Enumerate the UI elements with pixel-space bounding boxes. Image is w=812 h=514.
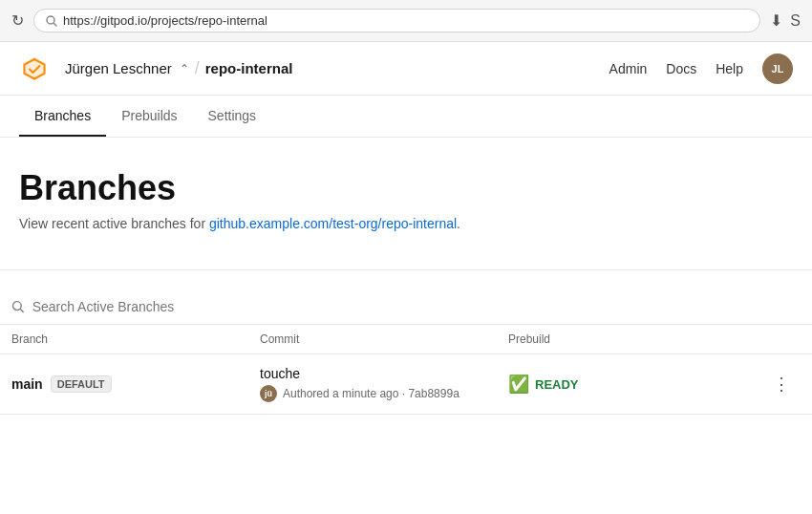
download-icon[interactable]: ⬇	[770, 11, 782, 30]
admin-link[interactable]: Admin	[609, 61, 648, 76]
page-title: Branches	[19, 168, 793, 208]
url-text: https://gitpod.io/projects/repo-internal	[63, 13, 267, 28]
commit-meta: jü Authored a minute ago · 7ab8899a	[260, 385, 508, 402]
svg-line-3	[20, 309, 23, 311]
page-content: Branches View recent active branches for…	[0, 138, 812, 250]
reload-button[interactable]: ↻	[11, 11, 24, 30]
subtitle-suffix: .	[457, 216, 460, 231]
avatar[interactable]: JL	[762, 54, 793, 84]
default-badge: DEFAULT	[51, 375, 112, 393]
search-input[interactable]	[32, 299, 801, 314]
gitpod-logo[interactable]	[19, 54, 50, 84]
more-actions-button[interactable]: ⋮	[762, 374, 801, 395]
ready-icon: ✅	[508, 374, 529, 395]
tab-settings[interactable]: Settings	[193, 96, 272, 137]
commit-meta-text: Authored a minute ago · 7ab8899a	[283, 387, 459, 400]
tab-prebuilds[interactable]: Prebuilds	[106, 96, 192, 137]
user-chevron-icon[interactable]: ⌃	[180, 62, 189, 75]
separator: /	[195, 58, 200, 78]
more-browser-icon[interactable]: S	[790, 12, 801, 30]
commit-author-initials: jü	[265, 389, 272, 398]
app-header: Jürgen Leschner ⌃ / repo-internal Admin …	[0, 42, 812, 96]
branches-table: Branch Commit Prebuild main DEFAULT touc…	[0, 325, 812, 415]
table-row: main DEFAULT touche jü Authored a minute…	[0, 354, 812, 415]
docs-link[interactable]: Docs	[666, 61, 696, 76]
col-prebuild: Prebuild	[508, 332, 762, 346]
subtitle-prefix: View recent active branches for	[19, 216, 205, 231]
col-commit: Commit	[260, 332, 508, 346]
browser-actions: ⬇ S	[770, 11, 801, 30]
tab-branches[interactable]: Branches	[19, 96, 106, 137]
commit-cell: touche jü Authored a minute ago · 7ab889…	[260, 366, 508, 402]
search-icon	[11, 300, 25, 313]
address-bar[interactable]: https://gitpod.io/projects/repo-internal	[33, 9, 760, 32]
browser-bar: ↻ https://gitpod.io/projects/repo-intern…	[0, 0, 812, 42]
username: Jürgen Leschner	[65, 60, 172, 76]
col-branch: Branch	[11, 332, 260, 346]
help-link[interactable]: Help	[716, 61, 743, 76]
search-icon	[46, 15, 57, 27]
commit-author-avatar: jü	[260, 385, 277, 402]
col-actions	[762, 332, 801, 346]
prebuild-cell: ✅ READY	[508, 374, 762, 395]
user-info: Jürgen Leschner ⌃	[65, 60, 189, 76]
header-nav: Admin Docs Help JL	[609, 54, 793, 84]
commit-message[interactable]: touche	[260, 366, 508, 381]
table-header: Branch Commit Prebuild	[0, 325, 812, 354]
svg-point-0	[47, 16, 54, 24]
prebuild-status: READY	[535, 377, 579, 392]
branch-cell: main DEFAULT	[11, 375, 260, 393]
search-container	[0, 289, 812, 325]
page-subtitle: View recent active branches for github.e…	[19, 216, 793, 231]
branch-name[interactable]: main	[11, 376, 43, 392]
section-divider	[0, 269, 812, 270]
svg-line-1	[54, 23, 57, 26]
repo-name[interactable]: repo-internal	[205, 60, 293, 76]
tabs: Branches Prebuilds Settings	[0, 96, 812, 138]
repo-link[interactable]: github.example.com/test-org/repo-interna…	[209, 216, 457, 231]
